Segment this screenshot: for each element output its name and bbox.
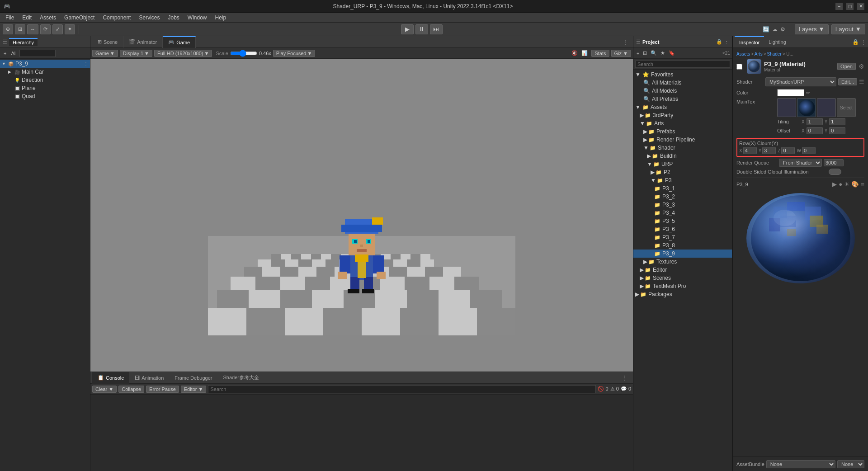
- layout-button[interactable]: Layout ▼: [831, 24, 865, 34]
- tex-select-btn[interactable]: Select: [837, 98, 856, 117]
- row-w-input[interactable]: [802, 147, 816, 154]
- tex-thumb-2[interactable]: [797, 98, 816, 117]
- proj-p3_6[interactable]: 📁 P3_6: [633, 225, 732, 233]
- editor-btn[interactable]: Editor ▼: [181, 386, 207, 393]
- preview-sphere-btn[interactable]: ●: [839, 181, 842, 188]
- tab-animator[interactable]: 🎬 Animator: [123, 36, 163, 48]
- inspector-more-icon[interactable]: ⋮: [861, 39, 866, 45]
- console-more-btn[interactable]: ⋮: [618, 375, 631, 381]
- tool-move[interactable]: ⊞: [15, 24, 25, 34]
- proj-p3_4[interactable]: 📁 P3_4: [633, 209, 732, 217]
- play-focused-btn[interactable]: Play Focused ▼: [273, 50, 316, 57]
- row-y-input[interactable]: [762, 147, 776, 154]
- tab-inspector[interactable]: Inspector: [735, 36, 764, 48]
- step-button[interactable]: ⏭: [430, 24, 443, 34]
- edit-shader-btn[interactable]: Edit...: [838, 78, 857, 85]
- mute-icon[interactable]: 🔇: [571, 50, 578, 56]
- hier-item-quad[interactable]: 🔲 Quad: [0, 92, 90, 100]
- maximize-btn[interactable]: □: [846, 3, 854, 10]
- menu-file[interactable]: File: [2, 14, 18, 22]
- hier-options[interactable]: ⋮: [84, 61, 88, 66]
- proj-renderpipeline[interactable]: ▶ 📁 Render Pipeline: [633, 136, 732, 144]
- tiling-x-input[interactable]: [807, 118, 823, 125]
- display-num-btn[interactable]: Display 1 ▼: [120, 50, 152, 57]
- hierarchy-search-input[interactable]: [19, 50, 56, 57]
- proj-all-models[interactable]: 🔍 All Models: [633, 87, 732, 95]
- tool-rect[interactable]: ⤢: [52, 24, 63, 34]
- color-edit-icon[interactable]: ✏: [806, 90, 810, 96]
- proj-p3_5[interactable]: 📁 P3_5: [633, 217, 732, 225]
- open-btn[interactable]: Open: [837, 63, 856, 70]
- tab-frame-debugger[interactable]: Frame Debugger: [169, 372, 217, 384]
- project-btn4[interactable]: ★: [659, 50, 666, 56]
- proj-p3_2[interactable]: 📁 P3_2: [633, 193, 732, 201]
- rq-dropdown[interactable]: From Shader: [779, 159, 822, 167]
- stats-icon[interactable]: 📊: [581, 50, 588, 56]
- proj-packages[interactable]: ▶ 📁 Packages: [633, 290, 732, 298]
- offset-y-input[interactable]: [829, 127, 845, 134]
- tex-thumb-1[interactable]: [777, 98, 796, 117]
- tool-hand[interactable]: ⊕: [3, 24, 13, 34]
- proj-editor[interactable]: ▶ 📁 Editor: [633, 266, 732, 274]
- tex-thumb-3[interactable]: [817, 98, 836, 117]
- settings-icon-btn[interactable]: ⚙: [859, 63, 864, 70]
- tab-console[interactable]: 📋 Console: [92, 372, 129, 384]
- tab-animation[interactable]: 🎞 Animation: [129, 372, 169, 384]
- tool-scale[interactable]: ⟳: [40, 24, 51, 34]
- proj-scenes[interactable]: ▶ 📁 Scenes: [633, 274, 732, 282]
- scale-slider[interactable]: [230, 50, 257, 57]
- menu-assets[interactable]: Assets: [36, 14, 60, 22]
- game-viewport[interactable]: [90, 59, 633, 372]
- menu-jobs[interactable]: Jobs: [164, 14, 183, 22]
- project-search-input[interactable]: [635, 61, 730, 68]
- hierarchy-tab[interactable]: Hierarchy: [9, 38, 38, 46]
- preview-light-btn[interactable]: ☀: [844, 181, 849, 188]
- preview-color-btn[interactable]: 🎨: [851, 181, 859, 188]
- preview-play-btn[interactable]: ▶: [832, 181, 837, 188]
- close-btn[interactable]: ✕: [857, 3, 864, 10]
- menu-component[interactable]: Component: [99, 14, 134, 22]
- project-btn2[interactable]: ⊞: [642, 50, 648, 56]
- offset-x-input[interactable]: [807, 127, 823, 134]
- project-menu-icon[interactable]: ☰: [636, 39, 641, 45]
- game-display-btn[interactable]: Game ▼: [92, 50, 118, 57]
- proj-assets[interactable]: ▼ 📁 Assets: [633, 103, 732, 111]
- stats-btn[interactable]: Stats: [591, 50, 609, 57]
- proj-p3_1[interactable]: 📁 P3_1: [633, 184, 732, 193]
- tool-transform[interactable]: ✦: [65, 24, 75, 34]
- proj-all-prefabs[interactable]: 🔍 All Prefabs: [633, 95, 732, 103]
- shader-dropdown[interactable]: MyShader/URP: [765, 77, 836, 86]
- tool-rotate[interactable]: ↔: [27, 24, 38, 34]
- gizmos-btn[interactable]: Giz ▼: [611, 50, 631, 57]
- window-controls[interactable]: − □ ✕: [835, 3, 864, 10]
- row-x-input[interactable]: [743, 147, 757, 154]
- menu-services[interactable]: Services: [135, 14, 163, 22]
- hierarchy-search-btn[interactable]: All: [9, 51, 18, 56]
- material-enabled-checkbox[interactable]: [736, 64, 742, 70]
- hierarchy-menu-icon[interactable]: ☰: [3, 39, 7, 45]
- row-z-input[interactable]: [781, 147, 795, 154]
- play-button[interactable]: ▶: [401, 24, 414, 34]
- tab-scene[interactable]: ⊞ Scene: [92, 36, 123, 48]
- menu-help[interactable]: Help: [212, 14, 230, 22]
- console-search-input[interactable]: [208, 385, 596, 393]
- project-more-icon[interactable]: ⋮: [724, 39, 729, 45]
- breadcrumb-assets[interactable]: Assets: [736, 52, 750, 57]
- error-pause-btn[interactable]: Error Pause: [146, 386, 179, 393]
- proj-p2[interactable]: ▶ 📁 P2: [633, 168, 732, 176]
- hier-item-direction[interactable]: 💡 Direction: [0, 76, 90, 84]
- hier-item-maincar[interactable]: ▶ 🎥 Main Car: [0, 68, 90, 76]
- breadcrumb-arts[interactable]: Arts: [755, 52, 763, 57]
- view-more-btn[interactable]: ⋮: [620, 39, 631, 45]
- proj-prefabs[interactable]: ▶ 📁 Prefabs: [633, 127, 732, 136]
- project-lock-icon[interactable]: 🔒: [716, 39, 722, 45]
- clear-btn[interactable]: Clear ▼: [92, 386, 117, 393]
- breadcrumb-shader[interactable]: Shader: [767, 52, 781, 57]
- color-picker-box[interactable]: [777, 89, 804, 96]
- proj-p3_8[interactable]: 📁 P3_8: [633, 241, 732, 250]
- proj-favorites[interactable]: ▼ ⭐ Favorites: [633, 71, 732, 79]
- proj-p3_9[interactable]: 📁 P3_9: [633, 250, 732, 258]
- project-add-btn[interactable]: +: [635, 51, 641, 56]
- proj-p3_7[interactable]: 📁 P3_7: [633, 233, 732, 241]
- tab-game[interactable]: 🎮 Game: [163, 36, 196, 48]
